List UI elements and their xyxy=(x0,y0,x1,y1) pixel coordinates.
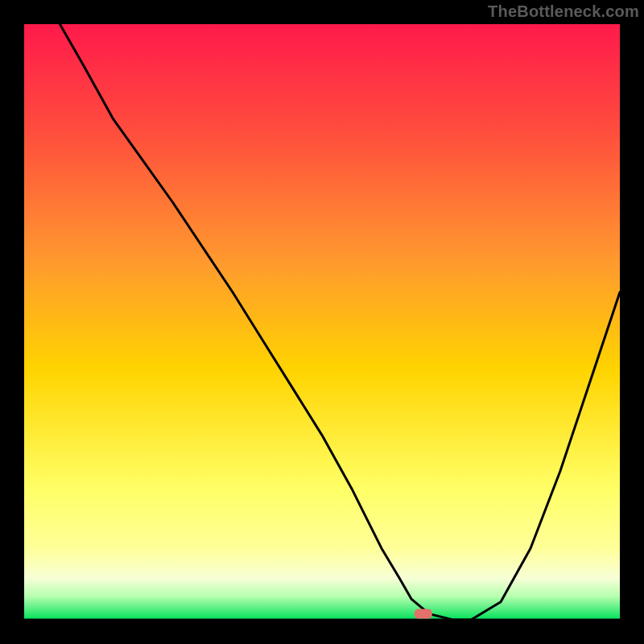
chart-frame: TheBottleneck.com xyxy=(0,0,644,644)
gradient-background xyxy=(24,24,620,620)
watermark-text: TheBottleneck.com xyxy=(488,2,639,21)
chart-svg xyxy=(24,24,620,620)
optimal-point-marker xyxy=(415,609,432,619)
plot-area xyxy=(24,24,620,620)
